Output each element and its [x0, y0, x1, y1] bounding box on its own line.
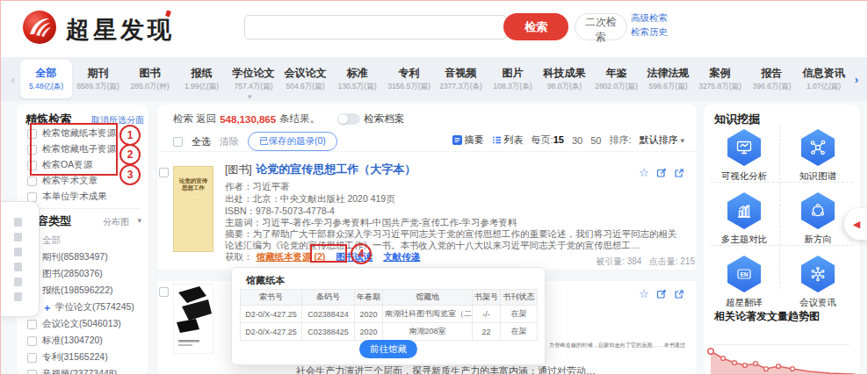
- tab-all[interactable]: 全部5.48亿(条): [20, 60, 72, 98]
- tab-tech-achievement[interactable]: 科技成果98.0万(条): [539, 60, 590, 98]
- per-page-50[interactable]: 50: [590, 135, 601, 146]
- book-preview-link[interactable]: 图书试读: [336, 251, 373, 263]
- tab-book[interactable]: 图书285.0万(种): [124, 60, 176, 98]
- saved-records-button[interactable]: 已保存的题录(0): [248, 132, 337, 151]
- tab-patent[interactable]: 专利3156.5万(篇): [383, 60, 435, 98]
- tab-newspaper[interactable]: 报纸1.99亿(篇): [176, 60, 228, 98]
- secondary-search-button[interactable]: 二次检索: [575, 13, 627, 40]
- tabbar-expand-icon[interactable]: ▾: [248, 92, 252, 101]
- collapse-arrow-icon: ◀: [853, 219, 860, 230]
- result-summary: 检索 返回 548,130,865 条结果。 检索档案: [173, 112, 404, 126]
- cite-edit-icon[interactable]: [656, 168, 667, 178]
- tab-image[interactable]: 图片108.3万(条): [487, 60, 539, 98]
- search-history-link[interactable]: 检索历史: [631, 26, 668, 39]
- refine-option-oa[interactable]: 检索OA资源: [27, 159, 92, 171]
- tab-audio-video[interactable]: 音视频2377.3万(条): [435, 60, 487, 98]
- checkbox[interactable]: [27, 192, 37, 202]
- knowledge-item-visual-analysis[interactable]: 可视化分析: [711, 129, 778, 183]
- per-page-30[interactable]: 30: [572, 135, 582, 146]
- type-option-patent[interactable]: 专利(31565224): [27, 351, 108, 364]
- checkbox[interactable]: [27, 161, 37, 170]
- result1-title-link[interactable]: 论党的宣传思想工作（大字本）: [256, 162, 416, 176]
- checkbox[interactable]: [27, 320, 37, 329]
- knowledge-item-multi-topic-compare[interactable]: 多主题对比: [711, 192, 778, 246]
- multi-topic-compare-icon: [727, 192, 761, 229]
- tab-thesis[interactable]: 学位论文757.4万(篇): [228, 60, 279, 98]
- select-all-label[interactable]: 全选: [192, 135, 211, 148]
- result-suffix: 条结果。: [279, 112, 320, 126]
- view-tools: 摘要 列表 每页:15 30 50 排序: 默认排序 ▾: [452, 133, 684, 147]
- goto-holdings-button[interactable]: 前往馆藏: [359, 340, 417, 358]
- refine-option-academic[interactable]: 检索学术文章: [27, 175, 98, 187]
- type-option-standard[interactable]: 标准(1304720): [27, 335, 103, 347]
- refine-option-paper[interactable]: 检索馆藏纸本资源: [27, 127, 116, 140]
- tab-news[interactable]: 信息资讯1.07亿(篇): [798, 60, 850, 98]
- distribution-link[interactable]: 分布图: [103, 216, 129, 228]
- export-share-icon[interactable]: [674, 168, 684, 178]
- checkbox[interactable]: [27, 145, 37, 155]
- refine-option-electronic[interactable]: 检索馆藏电子资源: [27, 143, 116, 155]
- sort-select[interactable]: 默认排序 ▾: [639, 133, 684, 147]
- type-option-thesis[interactable]: ＋学位论文(7574245): [27, 301, 134, 314]
- search-button[interactable]: 检索: [503, 13, 568, 40]
- tab-yearbook[interactable]: 年鉴2802.0万(篇): [590, 60, 642, 98]
- result2-checkbox[interactable]: [159, 287, 169, 297]
- type-option-newspaper[interactable]: 报纸(198596222): [27, 285, 113, 297]
- tab-conference[interactable]: 会议论文504.6万(篇): [279, 60, 331, 98]
- chaoxing-logo-icon: [22, 10, 57, 45]
- refine-option-institution[interactable]: 本单位学术成果: [27, 191, 107, 203]
- illegible-glyph: [14, 278, 22, 286]
- divider: [711, 182, 853, 183]
- result1-title-row: [图书] 论党的宣传思想工作（大字本）: [225, 161, 416, 177]
- type-option-conference[interactable]: 会议论文(5046013): [27, 318, 121, 330]
- tab-report[interactable]: 报告396.6万(篇): [746, 60, 798, 98]
- clipped-float-panel[interactable]: [0, 201, 40, 317]
- type-option-audiovideo[interactable]: 音视频(23773448): [27, 368, 117, 375]
- tab-journal[interactable]: 期刊8589.3万(篇): [72, 60, 124, 98]
- result-count: 548,130,865: [220, 114, 276, 125]
- document-delivery-link[interactable]: 文献传递: [383, 251, 420, 263]
- view-abstract-button[interactable]: 摘要: [452, 133, 484, 147]
- paper-holdings-link[interactable]: 馆藏纸本资源 (2): [257, 251, 326, 263]
- trend-line-chart: [705, 347, 858, 375]
- clear-selection[interactable]: 清除: [220, 135, 239, 148]
- list-view-icon: [492, 135, 502, 145]
- logo-text: 超星发现: [66, 14, 175, 46]
- tabs-scroll-left-icon[interactable]: ‹: [6, 73, 20, 86]
- select-all-checkbox[interactable]: [173, 137, 183, 147]
- result1-author: 作者：习近平著: [225, 181, 290, 193]
- checkbox[interactable]: [27, 370, 37, 375]
- cite-edit-icon[interactable]: [656, 289, 667, 299]
- favorite-star-icon[interactable]: ☆: [639, 287, 649, 300]
- illegible-glyph: [14, 292, 22, 301]
- per-page-15[interactable]: 15: [553, 134, 564, 145]
- advanced-search-link[interactable]: 高级检索: [631, 12, 668, 25]
- favorite-star-icon[interactable]: ☆: [639, 166, 649, 179]
- tabs-scroll-right-icon[interactable]: ›: [850, 73, 864, 86]
- result2-book-cover[interactable]: [173, 284, 213, 354]
- view-list-button[interactable]: 列表: [492, 133, 524, 147]
- clear-facets-link[interactable]: 取消所选分面: [91, 114, 144, 126]
- chevron-down-icon[interactable]: ▾: [137, 216, 141, 225]
- result1-book-cover[interactable]: 论党的宣传思想工作 · · ·: [173, 166, 213, 252]
- archive-toggle[interactable]: [337, 113, 360, 125]
- checkbox[interactable]: [27, 177, 37, 186]
- search-input[interactable]: [244, 15, 507, 40]
- knowledge-item-translate[interactable]: EN 超星翻译: [711, 256, 778, 309]
- access-label: 获取：: [225, 251, 253, 263]
- checkbox[interactable]: [27, 129, 37, 139]
- knowledge-item-conference-news[interactable]: 会议资讯: [785, 256, 851, 309]
- tab-law[interactable]: 法律法规598.6万(篇): [642, 60, 694, 98]
- tab-standard[interactable]: 标准130.5万(篇): [331, 60, 383, 98]
- export-share-icon[interactable]: [674, 289, 684, 299]
- knowledge-item-knowledge-graph[interactable]: 知识图谱: [785, 129, 851, 183]
- expand-plus-icon[interactable]: ＋: [42, 301, 52, 314]
- conference-news-icon: [801, 256, 835, 292]
- tab-case[interactable]: 案例3275.8万(篇): [694, 60, 746, 98]
- knowledge-item-new-direction[interactable]: 新方向: [785, 192, 851, 246]
- paper-holdings-popup: 馆藏纸本 索书号条码号 年卷期馆藏地 书架号书刊状态 D2-0/X-427.25…: [231, 267, 546, 365]
- checkbox[interactable]: [27, 336, 37, 346]
- checkbox[interactable]: [27, 353, 37, 363]
- holdings-table: 索书号条码号 年卷期馆藏地 书架号书刊状态 D2-0/X-427.25C0238…: [240, 289, 538, 341]
- result1-checkbox[interactable]: [159, 168, 169, 177]
